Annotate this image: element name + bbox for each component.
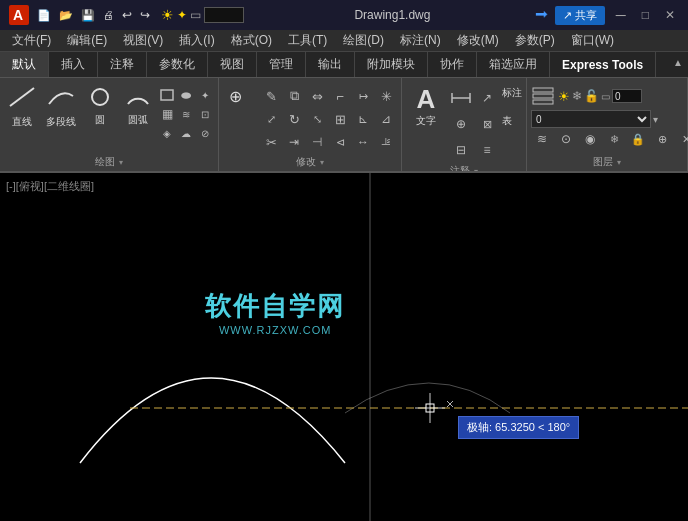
point-button[interactable]: ✦ bbox=[196, 86, 214, 104]
move-button[interactable]: ⊕ bbox=[223, 84, 259, 113]
scale-button[interactable]: ⤡ bbox=[306, 108, 328, 130]
tab-addon[interactable]: 附加模块 bbox=[355, 52, 428, 77]
trim-button[interactable]: ✂ bbox=[260, 131, 282, 153]
menu-window[interactable]: 窗口(W) bbox=[563, 30, 622, 51]
tol-button[interactable]: ⊠ bbox=[475, 112, 499, 136]
layer-iso-button[interactable]: ◉ bbox=[579, 130, 601, 148]
line-label: 直线 bbox=[12, 115, 32, 129]
tab-select[interactable]: 箱选应用 bbox=[477, 52, 550, 77]
menu-draw[interactable]: 绘图(D) bbox=[335, 30, 392, 51]
line-button[interactable]: 直线 bbox=[4, 84, 40, 131]
chamfer-button[interactable]: ⊾ bbox=[352, 108, 374, 130]
freeze-icon[interactable]: ❄ bbox=[572, 89, 582, 103]
undo-btn[interactable]: ↩ bbox=[119, 6, 135, 24]
ribbon-group-modify: ⊕ ✎ ⧉ ⇔ ⌐ ⤢ ↻ ⤡ ⊞ bbox=[219, 78, 402, 171]
text-icon: A bbox=[417, 86, 436, 112]
modify-expand-icon[interactable]: ▾ bbox=[320, 158, 324, 167]
dim-button[interactable] bbox=[449, 86, 473, 110]
array-button[interactable]: ⊞ bbox=[329, 108, 351, 130]
menu-format[interactable]: 格式(O) bbox=[223, 30, 280, 51]
open-btn[interactable]: 📂 bbox=[56, 7, 76, 24]
layer-off-button[interactable]: ⊙ bbox=[555, 130, 577, 148]
draw-expand-icon[interactable]: ▾ bbox=[119, 158, 123, 167]
ribbon-group-draw: 直线 多段线 bbox=[0, 78, 219, 171]
hatch-button[interactable]: ▦ bbox=[158, 105, 176, 123]
tab-parameterize[interactable]: 参数化 bbox=[147, 52, 208, 77]
leader-button[interactable]: ↗ bbox=[475, 86, 499, 110]
region-button[interactable]: ◈ bbox=[158, 124, 176, 142]
menu-bar: 文件(F) 编辑(E) 视图(V) 插入(I) 格式(O) 工具(T) 绘图(D… bbox=[0, 30, 688, 52]
tab-view[interactable]: 视图 bbox=[208, 52, 257, 77]
layer-manager-button[interactable] bbox=[531, 84, 555, 108]
pedit-button[interactable]: ⊿ bbox=[375, 108, 397, 130]
pline-button[interactable]: 多段线 bbox=[42, 84, 80, 131]
match-properties-button[interactable]: ≋ bbox=[531, 130, 553, 148]
plot-btn[interactable]: 🖨 bbox=[100, 7, 117, 23]
menu-view[interactable]: 视图(V) bbox=[115, 30, 171, 51]
menu-insert[interactable]: 插入(I) bbox=[171, 30, 222, 51]
layer-delete-button[interactable]: ✕ bbox=[675, 130, 688, 148]
layer-dropdown-icon[interactable]: ▾ bbox=[653, 114, 658, 125]
toolbar-input[interactable]: 0 bbox=[204, 7, 244, 23]
lengthen-button[interactable]: ↔ bbox=[352, 131, 374, 153]
gradient-button[interactable]: ≋ bbox=[177, 105, 195, 123]
save-btn[interactable]: 💾 bbox=[78, 7, 98, 24]
tab-output[interactable]: 输出 bbox=[306, 52, 355, 77]
menu-dim[interactable]: 标注(N) bbox=[392, 30, 449, 51]
fillet-button[interactable]: ⌐ bbox=[329, 85, 351, 107]
boundary-button[interactable]: ⊡ bbox=[196, 105, 214, 123]
rotate-button[interactable]: ↻ bbox=[283, 108, 305, 130]
align-button[interactable]: ⫡ bbox=[375, 131, 397, 153]
dim-style-button[interactable]: ≡ bbox=[475, 138, 499, 162]
maximize-btn[interactable]: □ bbox=[637, 6, 654, 24]
layer-merge-button[interactable]: ⊕ bbox=[651, 130, 673, 148]
frame-layer-icon: ▭ bbox=[601, 91, 610, 102]
explode-button[interactable]: ✳ bbox=[375, 85, 397, 107]
lock-icon[interactable]: 🔓 bbox=[584, 89, 599, 103]
menu-modify[interactable]: 修改(M) bbox=[449, 30, 507, 51]
copy-button[interactable]: ⧉ bbox=[283, 85, 305, 107]
text-button[interactable]: A 文字 bbox=[406, 84, 446, 130]
break-button[interactable]: ⊣ bbox=[306, 131, 328, 153]
layers-expand-icon[interactable]: ▾ bbox=[617, 158, 621, 167]
wipe-button[interactable]: ⊘ bbox=[196, 124, 214, 142]
drawing-canvas[interactable] bbox=[0, 173, 688, 521]
tab-manage[interactable]: 管理 bbox=[257, 52, 306, 77]
center-button[interactable]: ⊕ bbox=[449, 112, 473, 136]
share-button[interactable]: ↗ 共享 bbox=[555, 6, 605, 25]
menu-file[interactable]: 文件(F) bbox=[4, 30, 59, 51]
layer-lock2-button[interactable]: 🔒 bbox=[627, 130, 649, 148]
extend-button[interactable]: ⇥ bbox=[283, 131, 305, 153]
join-button[interactable]: ⊲ bbox=[329, 131, 351, 153]
tab-express[interactable]: Express Tools bbox=[550, 52, 656, 77]
tab-collapse-btn[interactable]: ▲ bbox=[668, 52, 688, 72]
line-icon bbox=[8, 86, 36, 113]
minimize-btn[interactable]: ─ bbox=[611, 5, 631, 25]
table-button[interactable]: ⊟ bbox=[449, 138, 473, 162]
offset-button[interactable]: ↦ bbox=[352, 85, 374, 107]
circle-button[interactable]: 圆 bbox=[82, 84, 118, 129]
erase-button[interactable]: ✎ bbox=[260, 85, 282, 107]
ellipse-button[interactable]: ⬬ bbox=[177, 86, 195, 104]
rect-button[interactable] bbox=[158, 86, 176, 104]
layer-number-input[interactable] bbox=[612, 89, 642, 103]
redo-btn[interactable]: ↪ bbox=[137, 6, 153, 24]
sun-layer-icon[interactable]: ☀ bbox=[558, 89, 570, 104]
close-btn[interactable]: ✕ bbox=[660, 6, 680, 24]
tab-default[interactable]: 默认 bbox=[0, 52, 49, 77]
drawing-area[interactable]: [-][俯视][二维线圈] 软件自学网 WWW.RJZXW.COM 极轴: 65… bbox=[0, 173, 688, 521]
tab-insert[interactable]: 插入 bbox=[49, 52, 98, 77]
menu-params[interactable]: 参数(P) bbox=[507, 30, 563, 51]
tab-collab[interactable]: 协作 bbox=[428, 52, 477, 77]
tab-annotation[interactable]: 注释 bbox=[98, 52, 147, 77]
arc-button[interactable]: 圆弧 bbox=[120, 84, 156, 129]
cloud-button[interactable]: ☁ bbox=[177, 124, 195, 142]
layer-select[interactable]: 0 bbox=[531, 110, 651, 128]
menu-edit[interactable]: 编辑(E) bbox=[59, 30, 115, 51]
layer-freeze-button[interactable]: ❄ bbox=[603, 130, 625, 148]
new-btn[interactable]: 📄 bbox=[34, 7, 54, 24]
stretch-button[interactable]: ⤢ bbox=[260, 108, 282, 130]
mirror-button[interactable]: ⇔ bbox=[306, 85, 328, 107]
menu-tools[interactable]: 工具(T) bbox=[280, 30, 335, 51]
drawing-title: Drawing1.dwg bbox=[250, 8, 535, 22]
